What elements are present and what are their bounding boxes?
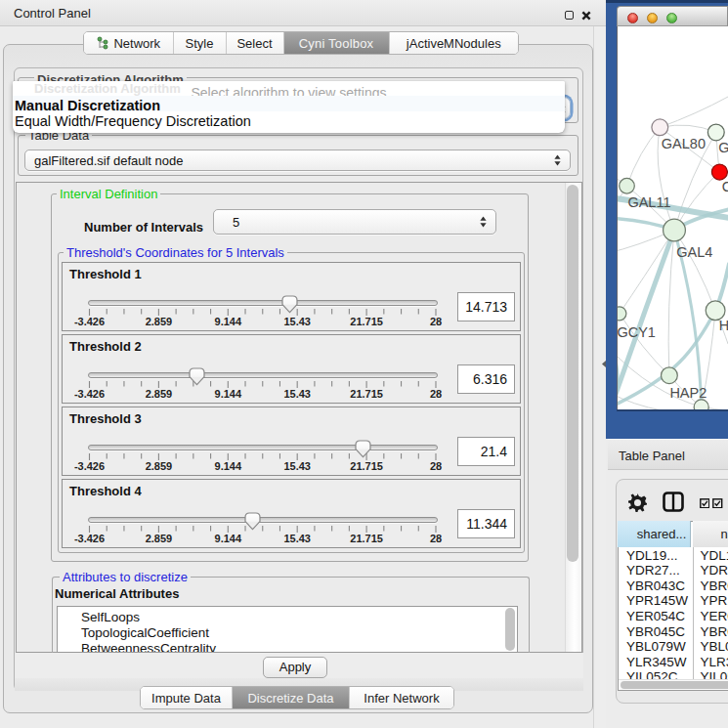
svg-text:GAL11: GAL11 [627,194,670,210]
svg-text:HI...: HI... [719,318,728,333]
svg-text:GCY1: GCY1 [618,324,656,340]
svg-text:GAL80: GAL80 [662,136,706,151]
svg-text:G...: G... [718,140,728,155]
svg-text:C...: C... [722,179,728,194]
svg-text:GAL4: GAL4 [676,244,712,260]
svg-text:HAP2: HAP2 [669,385,707,401]
